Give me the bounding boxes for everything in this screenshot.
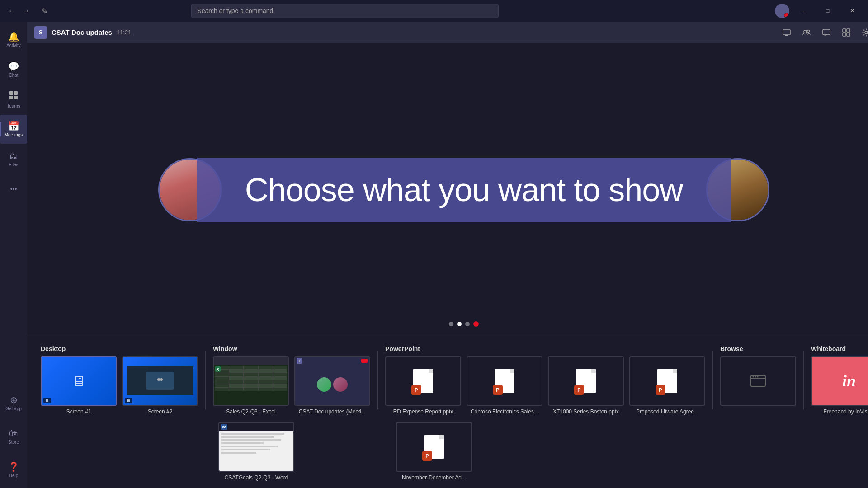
screen1-badge: 🖥 [43, 398, 51, 403]
search-bar[interactable]: Search or type a command [191, 4, 499, 18]
word-preview: W [218, 422, 294, 472]
pptx5-preview: P [396, 422, 472, 472]
share-panel: Desktop 🖥 🖥 Screen #1 [27, 336, 868, 488]
sidebar: 🔔 Activity 💬 Chat Teams 📅 Meetings 🗂 [0, 22, 27, 488]
sidebar-item-teams[interactable]: Teams [0, 85, 27, 114]
browse-section-label: Browse [720, 345, 796, 352]
meetings-icon: 📅 [8, 122, 19, 131]
participants-button[interactable] [799, 25, 814, 40]
compose-button[interactable]: ✎ [38, 5, 51, 17]
sidebar-item-store[interactable]: 🛍 Store [0, 422, 27, 451]
whiteboard-label: Freehand by InVision [823, 408, 868, 415]
pptx2-label: Contoso Electronics Sales... [471, 408, 538, 415]
svg-rect-8 [823, 29, 830, 35]
files-label: Files [9, 162, 18, 167]
search-placeholder: Search or type a command [197, 7, 273, 14]
activity-icon: 🔔 [8, 32, 19, 41]
browse-section: Browse [720, 345, 796, 406]
store-label: Store [8, 440, 19, 445]
sidebar-item-more[interactable]: ••• [0, 174, 27, 203]
whiteboard-section-label: Whiteboard [811, 345, 868, 352]
desktop-section: Desktop 🖥 🖥 Screen #1 [41, 345, 198, 415]
meetings-label: Meetings [5, 132, 23, 137]
sidebar-item-activity[interactable]: 🔔 Activity [0, 25, 27, 54]
powerpoint-section-label: PowerPoint [385, 345, 705, 352]
pptx1-label: RD Expense Report.pptx [393, 408, 453, 415]
forward-button[interactable]: → [20, 5, 33, 17]
files-icon: 🗂 [9, 151, 18, 160]
pptx-thumb-5[interactable]: P November-December Ad... [396, 422, 472, 481]
meeting-time: 11:21 [117, 29, 132, 36]
screen2-preview: 🖥 [122, 356, 198, 406]
pptx5-label: November-December Ad... [402, 474, 466, 481]
pptx-thumb-3[interactable]: P XT1000 Series Boston.pptx [548, 356, 624, 415]
video-dots [449, 321, 479, 327]
meeting-header: S CSAT Doc updates 11:21 [27, 22, 868, 43]
teams-thumb[interactable]: T [294, 356, 370, 415]
getapp-icon: ⊕ [10, 395, 18, 404]
svg-point-18 [753, 376, 754, 378]
divider-4 [803, 351, 804, 409]
svg-rect-3 [14, 96, 18, 99]
divider-3 [712, 351, 713, 409]
pptx3-preview: P [548, 356, 624, 406]
share-overlay-text: Choose what you want to show [245, 172, 683, 208]
help-label: Help [9, 473, 19, 478]
svg-rect-2 [9, 96, 13, 99]
powerpoint-section: PowerPoint P [385, 345, 705, 415]
maximize-button[interactable]: □ [817, 4, 838, 18]
dot-4 [473, 321, 479, 327]
chat-label: Chat [9, 73, 18, 78]
svg-rect-5 [785, 35, 788, 36]
svg-rect-12 [847, 33, 850, 36]
meeting-app-icon: S [34, 26, 47, 39]
teams-icon [9, 90, 19, 102]
help-icon: ❓ [8, 462, 19, 471]
word-thumb[interactable]: W CS [218, 422, 294, 481]
share-screen-button[interactable] [779, 25, 794, 40]
sidebar-item-help[interactable]: ❓ Help [0, 455, 27, 484]
excel-thumb[interactable]: X [213, 356, 289, 415]
pptx3-label: XT1000 Series Boston.pptx [553, 408, 619, 415]
dot-1 [449, 322, 453, 326]
sidebar-item-files[interactable]: 🗂 Files [0, 145, 27, 174]
svg-point-7 [807, 30, 810, 32]
desktop-thumb-1[interactable]: 🖥 🖥 Screen #1 [41, 356, 117, 415]
settings-button[interactable] [859, 25, 868, 40]
main-layout: 🔔 Activity 💬 Chat Teams 📅 Meetings 🗂 [0, 22, 868, 488]
excel-preview: X [213, 356, 289, 406]
desktop-thumb-2[interactable]: 🖥 Screen #2 [122, 356, 198, 415]
sidebar-item-getapp[interactable]: ⊕ Get app [0, 389, 27, 418]
divider-2 [377, 351, 378, 409]
window-section: Window X [213, 345, 370, 415]
whiteboard-thumb[interactable]: in Freehand by InVision [811, 356, 868, 415]
pptx-thumb-2[interactable]: P Contoso Electronics Sales... [467, 356, 542, 415]
close-button[interactable]: ✕ [842, 4, 863, 18]
whiteboard-section: Whiteboard in Freehand by InVision [811, 345, 868, 415]
pptx-thumb-4[interactable]: P Proposed Litware Agree... [629, 356, 705, 415]
pptx-thumb-1[interactable]: P RD Expense Report.pptx [385, 356, 461, 415]
title-bar-right: ─ □ ✕ [775, 4, 863, 18]
apps-button[interactable] [839, 25, 854, 40]
svg-rect-11 [843, 33, 846, 36]
share-overlay-banner: Choose what you want to show [197, 158, 731, 222]
back-button[interactable]: ← [5, 5, 18, 17]
title-bar: ← → ✎ Search or type a command ─ □ ✕ [0, 0, 868, 22]
whiteboard-preview: in [811, 356, 868, 406]
chat-panel-button[interactable] [819, 25, 834, 40]
divider-1 [205, 351, 206, 409]
minimize-button[interactable]: ─ [793, 4, 814, 18]
pptx1-preview: P [385, 356, 461, 406]
screen1-label: Screen #1 [66, 408, 91, 415]
window-section-label: Window [213, 345, 370, 352]
getapp-label: Get app [5, 406, 22, 411]
excel-label: Sales Q2-Q3 - Excel [226, 408, 275, 415]
sidebar-item-chat[interactable]: 💬 Chat [0, 55, 27, 84]
browse-placeholder[interactable] [720, 356, 796, 406]
svg-rect-0 [9, 91, 13, 95]
svg-point-19 [755, 376, 756, 378]
sidebar-item-meetings[interactable]: 📅 Meetings [0, 115, 27, 144]
svg-rect-10 [847, 29, 850, 32]
video-area: Choose what you want to show [27, 43, 868, 336]
user-avatar[interactable] [775, 4, 789, 18]
